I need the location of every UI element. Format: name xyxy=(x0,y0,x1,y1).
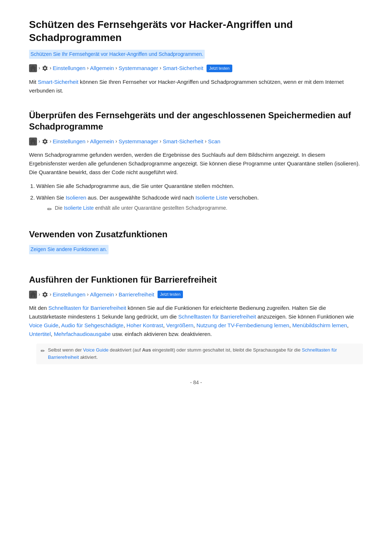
link-menue-lernen[interactable]: Menübildschirm lernen xyxy=(292,322,347,328)
breadcrumb-sep-12: › xyxy=(50,291,52,299)
breadcrumb-sep-9: › xyxy=(160,138,162,145)
link-isolierte-liste-2[interactable]: Isolierte Liste xyxy=(64,205,94,211)
section-scan: Überprüfen des Fernsehgeräts und der ang… xyxy=(29,110,363,214)
breadcrumb-sep-11: › xyxy=(38,291,40,299)
home-icon-2[interactable] xyxy=(29,138,37,145)
link-schnelltasten-1[interactable]: Schnelltasten für Barrierefreiheit xyxy=(48,305,126,311)
link-isolieren[interactable]: Isolieren xyxy=(66,194,86,201)
breadcrumb-sep-10: › xyxy=(205,138,207,145)
section-scan-body: Wenn Schadprogramme gefunden werden, wer… xyxy=(29,151,363,177)
section-accessibility-heading: Ausführen der Funktionen für Barrierefre… xyxy=(29,274,363,285)
scan-note: ✏ Die Isolierte Liste enthält alle unter… xyxy=(47,204,363,214)
breadcrumb-einstellungen-1[interactable]: Einstellungen xyxy=(53,64,85,72)
section-protect-heading: Schützen des Fernsehgeräts vor Hacker-An… xyxy=(29,18,363,45)
link-vergroessern[interactable]: Vergrößern xyxy=(166,322,193,328)
home-icon-3[interactable] xyxy=(29,291,37,299)
section-protect-summary: Schützen Sie Ihr Fernsehgerät vor Hacker… xyxy=(29,50,205,59)
section-scan-heading: Überprüfen des Fernsehgeräts und der ang… xyxy=(29,110,363,132)
breadcrumb-sep-3: › xyxy=(115,64,117,72)
breadcrumb-sep-5: › xyxy=(38,138,40,145)
link-hoher-kontrast[interactable]: Hoher Kontrast xyxy=(127,322,163,328)
breadcrumb-protect: › › Einstellungen › Allgemein › Systemma… xyxy=(29,64,363,72)
link-mehrfachaudio[interactable]: Mehrfachaudioausgabe xyxy=(54,331,111,337)
breadcrumb-sep-13: › xyxy=(87,291,89,299)
link-voice-guide[interactable]: Voice Guide xyxy=(29,322,58,328)
scan-step-1: Wählen Sie alle Schadprogramme aus, die … xyxy=(36,182,363,190)
section-accessibility: Ausführen der Funktionen für Barrierefre… xyxy=(29,274,363,364)
scan-steps-list: Wählen Sie alle Schadprogramme aus, die … xyxy=(36,182,363,214)
gear-icon xyxy=(42,65,48,71)
breadcrumb-sep-0: › xyxy=(38,64,40,72)
section-protect-body: Mit Smart-Sicherheit können Sie Ihren Fe… xyxy=(29,78,363,95)
scan-step-2: Wählen Sie Isolieren aus. Der ausgewählt… xyxy=(36,193,363,214)
breadcrumb-sep-8: › xyxy=(115,138,117,145)
home-icon[interactable] xyxy=(29,64,37,72)
section-protect: Schützen des Fernsehgeräts vor Hacker-An… xyxy=(29,18,363,95)
breadcrumb-allgemein-3[interactable]: Allgemein xyxy=(90,290,114,299)
breadcrumb-sep-1: › xyxy=(50,64,52,72)
gear-icon-2 xyxy=(42,138,48,145)
breadcrumb-systemmanager-1[interactable]: Systemmanager xyxy=(119,64,158,72)
page-number: - 84 - xyxy=(29,379,363,387)
link-audio-sehgeschaedigte[interactable]: Audio für Sehgeschädigte xyxy=(61,322,123,328)
breadcrumb-allgemein-2[interactable]: Allgemein xyxy=(90,137,114,145)
link-nutzung-tv[interactable]: Nutzung der TV-Fernbedienung lernen xyxy=(196,322,289,328)
breadcrumb-scan[interactable]: Scan xyxy=(208,137,220,145)
breadcrumb-einstellungen-3[interactable]: Einstellungen xyxy=(53,290,85,299)
breadcrumb-allgemein-1[interactable]: Allgemein xyxy=(90,64,114,72)
breadcrumb-systemmanager-2[interactable]: Systemmanager xyxy=(119,137,158,145)
section-extras: Verwenden von Zusatzfunktionen Zeigen Si… xyxy=(29,229,363,259)
gear-icon-3 xyxy=(42,291,48,298)
breadcrumb-barrierefreiheit[interactable]: Barrierefreiheit xyxy=(119,290,154,299)
breadcrumb-einstellungen-2[interactable]: Einstellungen xyxy=(53,137,85,145)
breadcrumb-sep-6: › xyxy=(50,138,52,145)
badge-jetzt-testen-1: Jetzt testen xyxy=(207,65,232,72)
accessibility-note: ✏ Selbst wenn der Voice Guide deaktivier… xyxy=(36,344,363,364)
accessibility-note-text: Selbst wenn der Voice Guide deaktiviert … xyxy=(48,346,359,361)
breadcrumb-sep-4: › xyxy=(160,64,162,72)
link-schnelltasten-2[interactable]: Schnelltasten für Barrierefreiheit xyxy=(178,313,256,320)
pencil-icon-1: ✏ xyxy=(47,205,52,214)
link-voice-guide-note[interactable]: Voice Guide xyxy=(83,347,109,353)
scan-note-text: Die Isolierte Liste enthält alle unter Q… xyxy=(55,204,228,212)
link-smart-sicherheit-1[interactable]: Smart-Sicherheit xyxy=(38,79,78,85)
breadcrumb-smart-sicherheit-1[interactable]: Smart-Sicherheit xyxy=(163,64,204,72)
breadcrumb-accessibility: › › Einstellungen › Allgemein › Barriere… xyxy=(29,290,363,299)
badge-jetzt-testen-2: Jetzt testen xyxy=(158,291,183,298)
breadcrumb-sep-7: › xyxy=(87,138,89,145)
breadcrumb-sep-2: › xyxy=(87,64,89,72)
section-accessibility-body: Mit den Schnelltasten für Barrierefreihe… xyxy=(29,304,363,338)
pencil-icon-2: ✏ xyxy=(41,347,45,355)
breadcrumb-scan: › › Einstellungen › Allgemein › Systemma… xyxy=(29,137,363,145)
breadcrumb-smart-sicherheit-2[interactable]: Smart-Sicherheit xyxy=(163,137,204,145)
link-untertitel[interactable]: Untertitel xyxy=(29,331,51,337)
section-extras-summary: Zeigen Sie andere Funktionen an. xyxy=(29,245,109,254)
link-isolierte-liste-1[interactable]: Isolierte Liste xyxy=(196,194,228,201)
breadcrumb-sep-14: › xyxy=(115,291,117,299)
section-extras-heading: Verwenden von Zusatzfunktionen xyxy=(29,229,363,240)
